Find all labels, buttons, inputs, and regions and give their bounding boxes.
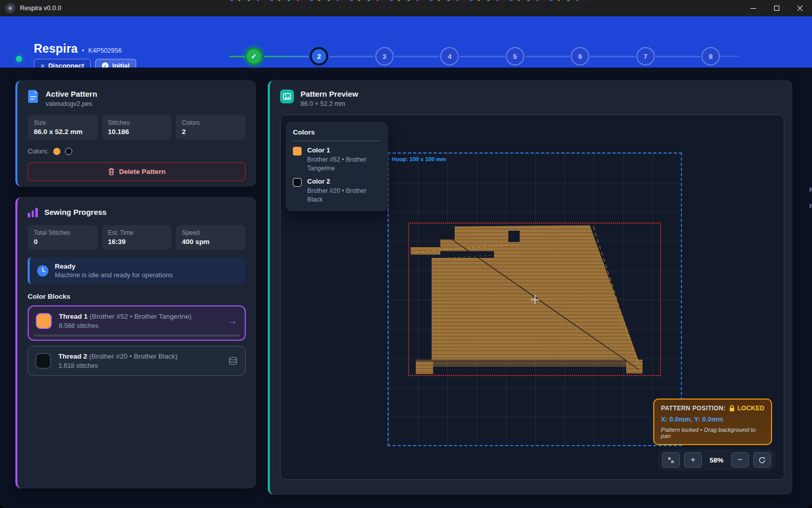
legend-title: Colors: [293, 128, 381, 136]
scrollbar-hint-bottom[interactable]: [809, 204, 811, 208]
step-5-circle: 5: [506, 47, 524, 65]
thread-1-arrow-icon[interactable]: →: [227, 315, 238, 327]
app-name: Respira: [34, 42, 78, 56]
legend-swatch-1: [293, 147, 302, 156]
connection-status-dot: [16, 56, 22, 62]
app-icon: [5, 3, 15, 13]
stat-est-time: Est. Time 16:39: [102, 225, 172, 250]
bullet-separator: •: [82, 47, 84, 54]
fit-view-icon: [667, 456, 675, 464]
legend-item-color-1: Color 1 Brother #52 • Brother Tangerine: [293, 146, 381, 172]
stat-speed: Speed 400 spm: [176, 225, 246, 250]
fit-view-button[interactable]: [662, 452, 680, 468]
app-window: Respira v0.0.0 Respira • K4P502956 × Dis…: [0, 0, 812, 508]
status-title: Ready: [55, 262, 173, 270]
machine-status-banner: Ready Machine is idle and ready for oper…: [28, 257, 246, 284]
lock-icon: [729, 405, 735, 412]
sewing-progress-title: Sewing Progress: [45, 208, 107, 216]
zoom-toolbar: + 58% −: [658, 449, 775, 471]
legend-item-color-2: Color 2 Brother #20 • Brother Black: [293, 178, 381, 204]
preview-canvas[interactable]: Colors Color 1 Brother #52 • Brother Tan…: [280, 115, 784, 480]
delete-pattern-label: Delete Pattern: [119, 168, 166, 175]
reset-view-button[interactable]: [753, 452, 771, 468]
pattern-preview-card: Pattern Preview 86.0 × 52.2 mm Colors Co…: [268, 80, 793, 495]
pattern-filename: valetudogv2.pes: [46, 100, 97, 107]
bar-chart-icon: [28, 207, 38, 217]
color-swatch-black: [65, 148, 72, 155]
pattern-preview-title: Pattern Preview: [301, 90, 358, 98]
colors-legend: Colors Color 1 Brother #52 • Brother Tan…: [286, 122, 388, 211]
step-1-circle: ✓: [245, 47, 263, 65]
close-icon: [797, 5, 803, 11]
position-coordinates: X: 0.0mm, Y: 0.0mm: [661, 415, 764, 423]
file-icon: [28, 90, 39, 103]
scrollbar-hint-top[interactable]: [809, 187, 811, 192]
pattern-dimensions: 86.0 × 52.2 mm: [301, 100, 358, 107]
pattern-position-overlay: PATTERN POSITION: LOCKED X: 0.0mm, Y: 0.…: [653, 399, 772, 445]
close-button[interactable]: [788, 0, 812, 16]
hoop-size-label: Hoop: 100 x 100 mm: [392, 156, 446, 162]
stat-total-stitches: Total Stitches 0: [28, 225, 98, 250]
position-hint: Pattern locked • Drag background to pan: [661, 427, 764, 439]
stat-colors: Colors 2: [176, 115, 246, 140]
stat-stitches: Stitches 10.186: [102, 115, 172, 140]
step-4-circle: 4: [440, 47, 459, 65]
clock-icon: [37, 265, 49, 277]
sewing-progress-card: Sewing Progress Total Stitches 0 Est. Ti…: [15, 197, 256, 489]
maximize-icon: [774, 6, 779, 11]
image-icon: [280, 90, 294, 103]
zoom-level: 58%: [710, 456, 723, 464]
machine-serial: K4P502956: [88, 47, 121, 54]
thread-2-stitches: 1.618 stitches: [58, 362, 178, 369]
background-window-sliver: [230, 0, 589, 1]
status-message: Machine is idle and ready for operations: [55, 271, 173, 279]
thread-2-swatch: [35, 353, 51, 369]
thread-1-name: Thread 1: [59, 313, 88, 320]
plus-icon: +: [691, 455, 696, 465]
active-pattern-card: Active Pattern valetudogv2.pes Size 86.0…: [15, 80, 256, 187]
step-6-circle: 6: [571, 47, 589, 65]
active-pattern-title: Active Pattern: [46, 90, 97, 98]
maximize-button[interactable]: [765, 0, 788, 16]
main-content: Active Pattern valetudogv2.pes Size 86.0…: [0, 68, 812, 508]
step-2-circle: 2: [310, 47, 328, 65]
step-8-circle: 8: [701, 47, 720, 65]
zoom-in-button[interactable]: +: [684, 452, 702, 468]
thread-1-detail: (Brother #52 • Brother Tangerine): [90, 313, 191, 320]
minus-icon: −: [738, 455, 743, 465]
thread-1-progress-bar: [34, 335, 240, 337]
delete-pattern-button[interactable]: Delete Pattern: [28, 162, 246, 181]
window-title: Respira v0.0.0: [20, 5, 61, 12]
layers-icon: [228, 357, 238, 366]
thread-2-block[interactable]: Thread 2 (Brother #20 • Brother Black) 1…: [28, 346, 246, 376]
locked-badge[interactable]: LOCKED: [729, 405, 764, 412]
legend-swatch-2: [293, 178, 302, 187]
color-blocks-heading: Color Blocks: [28, 293, 246, 300]
thread-2-name: Thread 2: [58, 352, 87, 360]
check-icon: ✓: [251, 52, 257, 60]
titlebar: Respira v0.0.0: [0, 0, 812, 16]
step-3-circle: 3: [375, 47, 394, 65]
stat-size: Size 86.0 x 52.2 mm: [28, 115, 98, 140]
thread-1-block[interactable]: Thread 1 (Brother #52 • Brother Tangerin…: [28, 305, 246, 341]
thread-1-stitches: 8.568 stitches: [59, 322, 191, 329]
color-swatch-orange: [53, 148, 60, 155]
position-label: PATTERN POSITION:: [661, 405, 725, 412]
colors-label: Colors:: [28, 147, 49, 155]
step-7-circle: 7: [636, 47, 655, 65]
refresh-icon: [758, 456, 766, 464]
app-header: Respira • K4P502956 × Disconnect ✓ Initi…: [0, 16, 812, 68]
minimize-button[interactable]: [741, 0, 765, 16]
trash-icon: [108, 168, 115, 175]
hoop-center-marker: [530, 295, 539, 304]
thread-2-detail: (Brother #20 • Brother Black): [89, 352, 178, 360]
thread-1-swatch: [36, 313, 52, 329]
minimize-icon: [751, 8, 756, 9]
zoom-out-button[interactable]: −: [731, 452, 749, 468]
